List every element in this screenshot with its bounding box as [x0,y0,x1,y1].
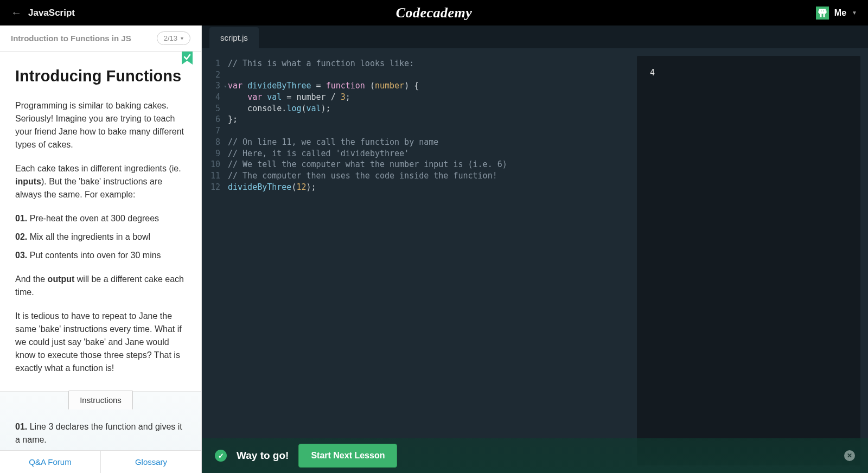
list-item: 01. Pre-heat the oven at 300 degrees [15,212,186,225]
glossary-link[interactable]: Glossary [101,451,201,473]
console-output: 4 [637,56,860,465]
steps-list: 01. Pre-heat the oven at 300 degrees 02.… [15,212,186,262]
lesson-paragraph: It is tedious to have to repeat to Jane … [15,310,186,375]
svg-rect-6 [823,14,825,17]
svg-rect-1 [821,10,822,11]
lesson-title: Introducing Functions [15,65,186,88]
unit-title: Introduction to Functions in JS [11,34,131,43]
me-label: Me [834,8,846,18]
editor-area: script.js 123456789101112 // This is wha… [202,25,868,473]
progress-dropdown[interactable]: 2/13 [157,31,190,45]
editor-split: 123456789101112 // This is what a functi… [202,48,868,473]
lesson-paragraph: And the output will be a different cake … [15,273,186,299]
progress-text: 2/13 [164,34,177,42]
svg-rect-4 [826,10,827,13]
sidebar-footer: Q&A Forum Glossary [0,450,201,473]
instructions-tab: Instructions [68,391,133,410]
list-item: 02. Mix all the ingredients in a bowl [15,231,186,244]
back-to-course[interactable]: ← JavaScript [11,7,75,19]
list-item: 03. Put contents into oven for 30 mins [15,249,186,262]
svg-rect-5 [820,14,821,17]
main-area: Introduction to Functions in JS 2/13 Int… [0,25,868,473]
svg-rect-0 [819,9,826,14]
svg-rect-3 [818,10,819,13]
course-name: JavaScript [28,8,75,18]
chevron-down-icon: ▼ [852,10,857,16]
close-icon[interactable]: ✕ [844,450,855,461]
success-bar: ✓ Way to go! Start Next Lesson ✕ [202,438,868,473]
lesson-paragraph: Each cake takes in different ingredients… [15,162,186,201]
editor-tab-scriptjs[interactable]: script.js [209,27,259,48]
check-circle-icon: ✓ [215,450,227,462]
editor-tabs: script.js [202,25,868,48]
output-text: 4 [650,68,655,78]
back-arrow-icon: ← [11,7,22,19]
sidebar-scroll[interactable]: Introducing Functions Programming is sim… [0,52,201,450]
lesson-paragraph: Programming is similar to baking cakes. … [15,99,186,151]
user-menu[interactable]: Me ▼ [816,7,857,20]
instructions-section: Instructions 01. Line 3 declares the fun… [0,391,201,451]
codecademy-logo[interactable]: Codecademy [396,5,473,21]
line-gutter: 123456789101112 [202,58,228,463]
avatar-icon [816,7,829,20]
success-message: Way to go! [237,450,289,462]
top-bar: ← JavaScript Codecademy Me ▼ [0,0,868,25]
instruction-item: 01. Line 3 declares the function and giv… [15,420,186,446]
instructions-body: 01. Line 3 declares the function and giv… [0,410,201,451]
code-editor[interactable]: 123456789101112 // This is what a functi… [202,48,633,473]
lesson-sidebar: Introduction to Functions in JS 2/13 Int… [0,25,202,473]
svg-rect-2 [823,10,824,11]
qa-forum-link[interactable]: Q&A Forum [0,451,101,473]
start-next-lesson-button[interactable]: Start Next Lesson [298,444,397,468]
sidebar-header: Introduction to Functions in JS 2/13 [0,25,201,52]
code-lines[interactable]: // This is what a function looks like: v… [228,58,507,463]
lesson-content: Introducing Functions Programming is sim… [0,52,201,391]
